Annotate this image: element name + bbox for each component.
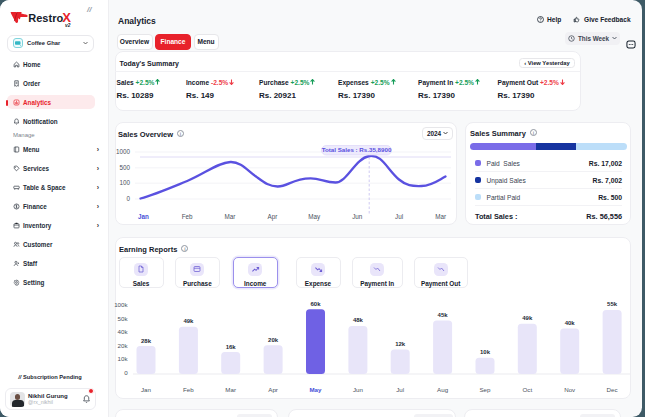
svg-text:Mar: Mar (435, 213, 446, 220)
svg-text:May: May (308, 213, 321, 221)
svg-text:Total Sales : Rs.35,8900: Total Sales : Rs.35,8900 (321, 146, 391, 153)
svg-text:20k: 20k (268, 337, 279, 343)
svg-text:Jan: Jan (141, 386, 152, 393)
svg-text:10k: 10k (480, 349, 491, 355)
svg-text:49k: 49k (522, 315, 533, 321)
svg-text:45k: 45k (438, 312, 449, 318)
svg-text:Apr: Apr (267, 213, 277, 221)
svg-text:100: 100 (119, 179, 130, 186)
svg-text:28k: 28k (141, 338, 152, 344)
svg-text:40k: 40k (118, 328, 129, 335)
svg-text:16k: 16k (226, 344, 237, 350)
svg-text:Dec: Dec (607, 386, 618, 393)
svg-text:1000: 1000 (115, 148, 130, 155)
svg-text:Feb: Feb (183, 386, 194, 393)
svg-text:40k: 40k (565, 320, 576, 326)
svg-text:60k: 60k (310, 301, 321, 307)
svg-text:12k: 12k (395, 341, 406, 347)
svg-text:Restro: Restro (28, 12, 63, 24)
svg-text:Jun: Jun (352, 213, 363, 220)
svg-text:Apr: Apr (268, 386, 278, 393)
svg-text:100k: 100k (114, 301, 128, 308)
svg-text:Jul: Jul (396, 386, 404, 393)
svg-text:Aug: Aug (437, 386, 449, 393)
svg-text:Feb: Feb (181, 213, 192, 220)
svg-text:v2: v2 (65, 23, 71, 27)
svg-text:55k: 55k (607, 301, 618, 307)
svg-text:50k: 50k (118, 315, 129, 322)
svg-text:48k: 48k (353, 317, 364, 323)
svg-text:Oct: Oct (522, 386, 532, 393)
svg-text:Jun: Jun (353, 386, 364, 393)
svg-text:Nov: Nov (564, 386, 576, 393)
svg-text:Sep: Sep (479, 386, 491, 393)
svg-text:May: May (309, 386, 322, 393)
svg-text:0: 0 (126, 195, 130, 202)
svg-text:10k: 10k (118, 355, 129, 362)
svg-text:49k: 49k (183, 318, 194, 324)
svg-text:Jul: Jul (395, 213, 403, 220)
svg-text:20k: 20k (118, 342, 129, 349)
svg-text:Mar: Mar (224, 213, 235, 220)
svg-text:0: 0 (124, 369, 128, 376)
svg-text:Mar: Mar (225, 386, 236, 393)
svg-text:500: 500 (119, 164, 130, 171)
svg-text:Jan: Jan (138, 213, 149, 220)
